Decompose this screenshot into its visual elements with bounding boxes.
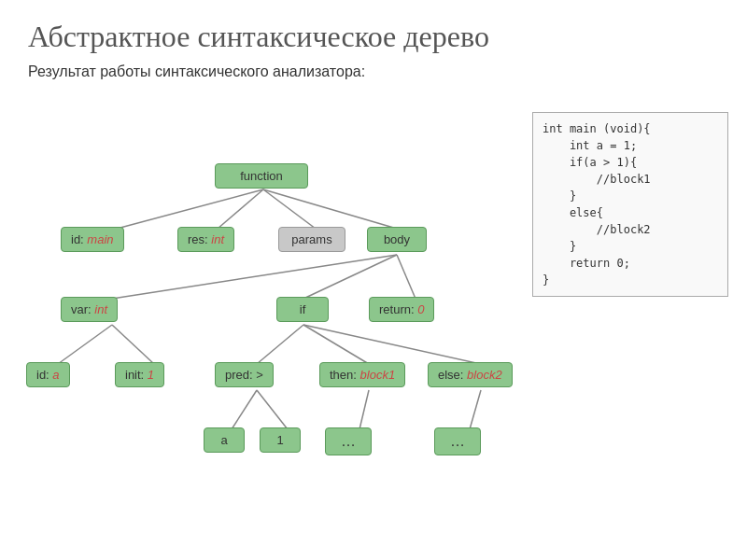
- svg-line-11: [303, 325, 481, 364]
- svg-line-13: [257, 390, 288, 429]
- node-init-1: init: 1: [115, 362, 164, 387]
- svg-line-14: [359, 390, 369, 429]
- node-id-main: id: main: [61, 227, 124, 252]
- node-one: 1: [260, 427, 301, 453]
- svg-line-6: [397, 255, 416, 299]
- node-then-block1: then: block1: [319, 362, 405, 387]
- page-subtitle: Результат работы синтаксического анализа…: [28, 63, 719, 80]
- svg-line-3: [263, 189, 397, 229]
- node-dots1: …: [325, 427, 372, 455]
- tree-area: function id: main res: int params body v…: [19, 163, 542, 537]
- node-return-0: return: 0: [369, 297, 434, 322]
- svg-line-9: [257, 325, 303, 364]
- node-id-a: id: a: [26, 362, 70, 387]
- svg-line-5: [303, 255, 397, 299]
- svg-line-10: [303, 325, 369, 364]
- node-body: body: [367, 227, 427, 252]
- svg-line-12: [232, 390, 257, 429]
- code-box: int main (void){ int a = 1; if(a > 1){ /…: [532, 112, 728, 297]
- node-res-int: res: int: [177, 227, 234, 252]
- node-a: a: [204, 427, 245, 453]
- page: Абстрактное синтаксическое дерево Резуль…: [0, 0, 747, 560]
- svg-line-8: [112, 325, 154, 364]
- svg-line-15: [470, 390, 481, 429]
- svg-line-7: [58, 325, 112, 364]
- node-else-block2: else: block2: [428, 362, 513, 387]
- node-var-int: var: int: [61, 297, 118, 322]
- node-if: if: [276, 297, 329, 322]
- node-params: params: [278, 227, 345, 252]
- svg-line-0: [117, 189, 263, 229]
- svg-line-2: [263, 189, 316, 229]
- page-title: Абстрактное синтаксическое дерево: [28, 19, 719, 54]
- svg-line-4: [112, 255, 397, 299]
- tree-lines: [19, 163, 542, 537]
- node-dots2: …: [434, 427, 481, 455]
- svg-line-1: [218, 189, 263, 229]
- node-function: function: [215, 163, 308, 189]
- node-pred-gt: pred: >: [215, 362, 274, 387]
